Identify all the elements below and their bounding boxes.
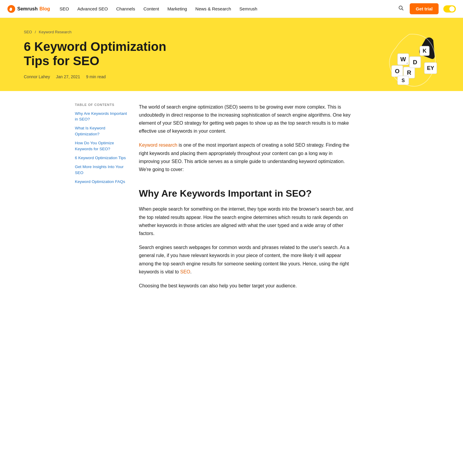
hero-section: SEO / Keyword Research 6 Keyword Optimiz…	[0, 18, 463, 91]
why-paragraph-3: Choosing the best keywords can also help…	[139, 282, 353, 290]
intro-paragraph-1: The world of search engine optimization …	[139, 103, 353, 135]
article-title: 6 Keyword Optimization Tips for SEO	[24, 40, 173, 68]
nav-marketing[interactable]: Marketing	[167, 6, 187, 11]
toc-list: Why Are Keywords Important in SEO? What …	[75, 111, 127, 185]
toc-link-what[interactable]: What Is Keyword Optimization?	[75, 126, 105, 136]
toc-item-2: What Is Keyword Optimization?	[75, 125, 127, 137]
nav-links: SEO Advanced SEO Channels Content Market…	[60, 6, 397, 11]
svg-text:K: K	[423, 48, 427, 54]
why-keywords-heading: Why Are Keywords Important in SEO?	[139, 188, 353, 199]
main-layout: TABLE OF CONTENTS Why Are Keywords Impor…	[68, 103, 395, 296]
logo-blog-text: Blog	[39, 6, 50, 12]
toc-link-why[interactable]: Why Are Keywords Important in SEO?	[75, 111, 127, 122]
toc-item-6: Keyword Optimization FAQs	[75, 179, 127, 185]
toc-item-1: Why Are Keywords Important in SEO?	[75, 111, 127, 123]
svg-text:D: D	[413, 59, 417, 65]
svg-text:W: W	[400, 56, 406, 62]
toc-link-tips[interactable]: 6 Keyword Optimization Tips	[75, 156, 126, 160]
nav-content[interactable]: Content	[144, 6, 159, 11]
sidebar: TABLE OF CONTENTS Why Are Keywords Impor…	[75, 103, 127, 296]
seo-link[interactable]: SEO	[180, 269, 190, 274]
svg-text:R: R	[407, 69, 411, 76]
svg-text:4: 4	[406, 62, 408, 65]
article-body: The world of search engine optimization …	[139, 103, 353, 296]
hero-illustration: W 4 O R D K EY S	[380, 30, 445, 89]
nav-channels[interactable]: Channels	[116, 6, 135, 11]
svg-text:S: S	[402, 78, 405, 83]
nav-semrush[interactable]: Semrush	[239, 6, 257, 11]
nav-advanced-seo[interactable]: Advanced SEO	[77, 6, 108, 11]
search-icon	[398, 5, 404, 11]
toc-item-3: How Do You Optimize Keywords for SEO?	[75, 140, 127, 152]
why-paragraph-1: When people search for something on the …	[139, 205, 353, 237]
hero-content: SEO / Keyword Research 6 Keyword Optimiz…	[24, 30, 439, 79]
toc-link-faqs[interactable]: Keyword Optimization FAQs	[75, 179, 125, 184]
svg-line-2	[402, 9, 403, 10]
svg-text:O: O	[395, 68, 400, 74]
logo-semrush-text: Semrush	[17, 6, 38, 12]
author-name: Connor Lahey	[24, 74, 50, 79]
hero-meta: Connor Lahey Jan 27, 2021 9 min read	[24, 74, 439, 79]
why-paragraph-2: Search engines search webpages for commo…	[139, 243, 353, 276]
toc-link-insights[interactable]: Get More Insights Into Your SEO	[75, 165, 124, 175]
nav-news-research[interactable]: News & Research	[195, 6, 231, 11]
semrush-logo-icon	[7, 5, 15, 13]
breadcrumb: SEO / Keyword Research	[24, 30, 439, 34]
toc-title: TABLE OF CONTENTS	[75, 103, 127, 107]
read-time: 9 min read	[86, 74, 106, 79]
breadcrumb-seo[interactable]: SEO	[24, 30, 32, 34]
logo-link[interactable]: Semrush Blog	[7, 5, 50, 13]
get-trial-button[interactable]: Get trial	[410, 3, 439, 14]
toc-link-how[interactable]: How Do You Optimize Keywords for SEO?	[75, 141, 114, 151]
toc-item-4: 6 Keyword Optimization Tips	[75, 155, 127, 161]
nav-seo[interactable]: SEO	[60, 6, 69, 11]
breadcrumb-keyword-research[interactable]: Keyword Research	[39, 30, 71, 34]
scrabble-svg: W 4 O R D K EY S	[380, 30, 445, 89]
theme-toggle[interactable]	[443, 5, 456, 12]
toc-item-5: Get More Insights Into Your SEO	[75, 164, 127, 176]
svg-text:EY: EY	[427, 65, 434, 71]
publish-date: Jan 27, 2021	[56, 74, 80, 79]
intro-paragraph-2: Keyword research is one of the most impo…	[139, 141, 353, 173]
keyword-research-link[interactable]: Keyword research	[139, 143, 177, 148]
search-button[interactable]	[397, 4, 405, 13]
nav-right: Get trial	[397, 3, 456, 14]
main-nav: Semrush Blog SEO Advanced SEO Channels C…	[0, 0, 463, 18]
breadcrumb-separator: /	[35, 30, 36, 34]
